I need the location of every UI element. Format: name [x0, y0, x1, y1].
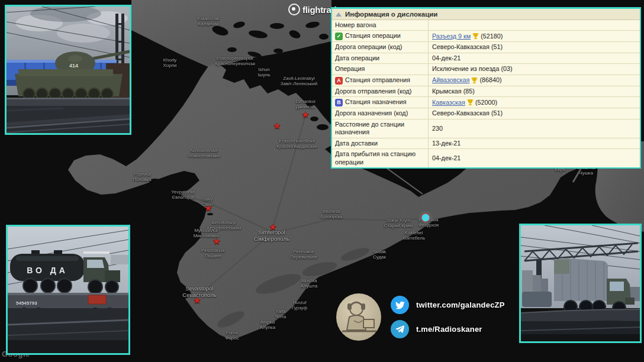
- panel-header[interactable]: Информация о дислокации: [332, 9, 640, 20]
- twitter-icon[interactable]: [391, 296, 409, 314]
- twitter-handle[interactable]: twitter.com/galandecZP: [416, 300, 505, 309]
- panel-row-operation: Операция Исключение из поезда (03): [332, 64, 640, 75]
- twitter-row: twitter.com/galandecZP: [391, 296, 505, 314]
- destination-station-link[interactable]: Кавказская: [432, 99, 465, 106]
- check-icon: ✓: [335, 33, 343, 40]
- telegram-handle[interactable]: t.me/Radioskaner: [416, 325, 482, 334]
- screenshot-stage: KalanchakКаланчакKhorlyХорлиKrasnopereko…: [0, 0, 644, 362]
- telegram-row: t.me/Radioskaner: [391, 320, 505, 338]
- avatar: [336, 293, 381, 341]
- trophy-icon: [472, 33, 479, 40]
- social-block: twitter.com/galandecZP t.me/Radioskaner: [336, 293, 505, 341]
- vehicle-number: 414: [69, 63, 78, 69]
- trophy-icon: [467, 99, 474, 106]
- panel-row-operation-date: Дата операции 04-дек-21: [332, 53, 640, 64]
- wagon-number: 54545793: [16, 300, 37, 306]
- panel-row-wagon-number: Номер вагона: [332, 20, 640, 31]
- telegram-icon[interactable]: [391, 320, 409, 338]
- collapse-icon[interactable]: [336, 12, 342, 17]
- panel-row-destination-station: B Станция назначения Кавказская (52000): [332, 97, 640, 108]
- panel-row-distance: Расстояние до станции назначения 230: [332, 119, 640, 138]
- panel-row-delivery-date: Дата доставки 13-дек-21: [332, 138, 640, 149]
- destination-b-icon: B: [335, 99, 343, 106]
- panel-row-departure-road: Дорога отправления (код) Крымская (85): [332, 86, 640, 97]
- panel-title: Информация о дислокации: [345, 11, 437, 18]
- panel-row-operation-station: ✓ Станция операции Разъезд 9 км (52180): [332, 31, 640, 42]
- panel-row-destination-road: Дорога назначения (код) Северо-Кавказска…: [332, 108, 640, 119]
- trophy-icon: [471, 77, 478, 84]
- panel-row-departure-station: A Станция отправления Айвазовская (86840…: [332, 75, 640, 86]
- photo-water-truck-flatcar: ВО ДА 54545793: [6, 225, 130, 355]
- panel-row-operation-road: Дорога операции (код) Северо-Кавказская …: [332, 42, 640, 53]
- photo-military-trucks-flatcar: [519, 224, 642, 343]
- photo-tank-flatcar: 414: [5, 5, 131, 135]
- departure-station-link[interactable]: Айвазовская: [432, 76, 469, 84]
- panel-row-arrival-date: Дата прибытия на станцию операции 04-дек…: [332, 149, 640, 167]
- tank-text: ВО ДА: [27, 266, 68, 275]
- radar-icon: [288, 4, 300, 15]
- operation-station-link[interactable]: Разъезд 9 км: [432, 33, 471, 40]
- departure-a-icon: A: [335, 77, 343, 85]
- info-panel: Информация о дислокации Номер вагона ✓ С…: [331, 7, 641, 169]
